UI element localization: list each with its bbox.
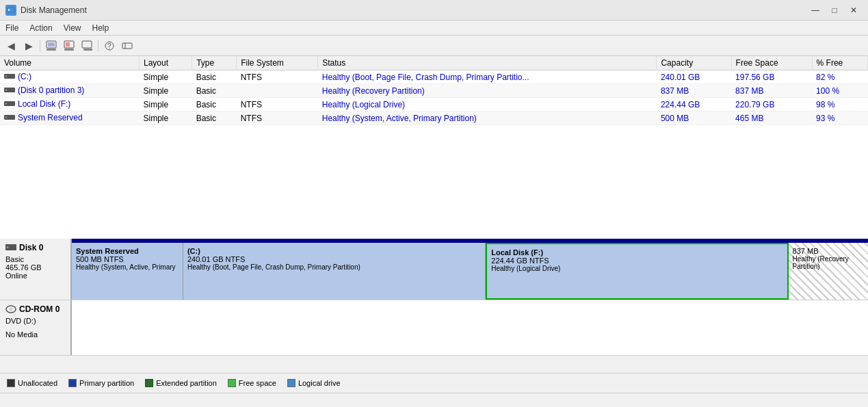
cdrom-status: No Media	[5, 330, 65, 339]
col-volume[interactable]: Volume	[0, 56, 140, 70]
toolbar-rescan[interactable]	[119, 38, 135, 53]
cdrom-label: CD-ROM 0 DVD (D:) No Media	[0, 300, 72, 355]
cdrom-name: CD-ROM 0	[19, 304, 60, 314]
svg-point-21	[5, 116, 7, 118]
partition-system-reserved[interactable]: System Reserved 500 MB NTFS Healthy (Sys…	[72, 243, 183, 300]
window-controls[interactable]: — □ ✕	[806, 3, 863, 17]
legend-logical: Logical drive	[287, 379, 341, 387]
legend-freespace-box	[228, 379, 236, 387]
partition-recovery[interactable]: 837 MB Healthy (Recovery Partition)	[789, 243, 868, 300]
svg-rect-9	[83, 49, 92, 51]
toolbar-help[interactable]	[61, 38, 77, 53]
legend-unallocated: Unallocated	[7, 379, 57, 387]
svg-point-26	[10, 308, 12, 310]
svg-rect-7	[64, 49, 74, 51]
menu-help[interactable]: Help	[87, 22, 115, 34]
col-filesystem[interactable]: File System	[237, 56, 318, 70]
partition-c[interactable]: (C:) 240.01 GB NTFS Healthy (Boot, Page …	[183, 243, 486, 300]
app-icon	[5, 5, 16, 16]
svg-point-1	[8, 9, 10, 10]
menu-file[interactable]: File	[0, 22, 24, 34]
disk-0-size: 465.76 GB	[5, 263, 65, 272]
col-capacity[interactable]: Capacity	[657, 56, 731, 70]
svg-point-23	[7, 246, 9, 248]
minimize-button[interactable]: —	[806, 3, 824, 17]
svg-point-19	[5, 103, 7, 104]
toolbar-wizard[interactable]: ?	[101, 38, 118, 53]
table-row[interactable]: (Disk 0 partition 3) SimpleBasicHealthy …	[0, 84, 868, 98]
cdrom-type: DVD (D:)	[5, 317, 65, 325]
disk-map-area[interactable]: Disk 0 Basic 465.76 GB Online System Res…	[0, 239, 868, 373]
legend-primary-box	[68, 379, 77, 387]
disk-row-0: Disk 0 Basic 465.76 GB Online System Res…	[0, 239, 868, 300]
menubar: File Action View Help	[0, 21, 868, 36]
toolbar: ◀ ▶ ?	[0, 36, 868, 56]
table-row[interactable]: System Reserved SimpleBasicNTFSHealthy (…	[0, 111, 868, 125]
svg-rect-3	[48, 42, 55, 47]
legend-unallocated-box	[7, 379, 15, 387]
main-content: Volume Layout Type File System Status Ca…	[0, 56, 868, 407]
svg-rect-8	[82, 41, 92, 48]
disk-0-label: Disk 0 Basic 465.76 GB Online	[0, 239, 72, 300]
legend-freespace: Free space	[228, 379, 276, 387]
toolbar-sep1	[40, 40, 40, 52]
legend-logical-label: Logical drive	[298, 379, 341, 387]
legend-extended: Extended partition	[145, 379, 217, 387]
legend-extended-box	[145, 379, 153, 387]
svg-point-15	[5, 75, 7, 77]
statusbar	[0, 393, 868, 407]
titlebar: Disk Management — □ ✕	[0, 0, 868, 21]
disk-0-type: Basic	[5, 255, 65, 263]
col-status[interactable]: Status	[318, 56, 657, 70]
titlebar-left: Disk Management	[5, 5, 87, 16]
legend-freespace-label: Free space	[239, 379, 276, 387]
legend-extended-label: Extended partition	[156, 379, 217, 387]
legend-unallocated-label: Unallocated	[18, 379, 57, 387]
table-header-row: Volume Layout Type File System Status Ca…	[0, 56, 868, 70]
volumes-table-wrapper[interactable]: Volume Layout Type File System Status Ca…	[0, 56, 868, 239]
toolbar-disk-view[interactable]	[79, 38, 95, 53]
col-layout[interactable]: Layout	[140, 56, 192, 70]
disk-0-name: Disk 0	[19, 243, 43, 252]
svg-rect-6	[66, 42, 70, 47]
volumes-table: Volume Layout Type File System Status Ca…	[0, 56, 868, 125]
legend: Unallocated Primary partition Extended p…	[0, 373, 868, 393]
toolbar-back[interactable]: ◀	[3, 38, 19, 53]
menu-view[interactable]: View	[58, 22, 87, 34]
table-row[interactable]: (C:) SimpleBasicNTFSHealthy (Boot, Page …	[0, 70, 868, 84]
legend-primary: Primary partition	[68, 379, 134, 387]
disk-row-cdrom: CD-ROM 0 DVD (D:) No Media	[0, 300, 868, 356]
toolbar-sep2	[98, 40, 98, 52]
col-percentfree[interactable]: % Free	[812, 56, 867, 70]
window-title: Disk Management	[21, 5, 87, 15]
disk-0-status: Online	[5, 272, 65, 280]
svg-text:?: ?	[107, 42, 111, 50]
close-button[interactable]: ✕	[845, 3, 863, 17]
cdrom-partition-area	[72, 300, 868, 355]
legend-logical-box	[287, 379, 295, 387]
toolbar-forward[interactable]: ▶	[21, 38, 37, 53]
toolbar-properties[interactable]	[43, 38, 60, 53]
maximize-button[interactable]: □	[826, 3, 843, 17]
legend-primary-label: Primary partition	[79, 379, 134, 387]
col-type[interactable]: Type	[192, 56, 237, 70]
table-row[interactable]: Local Disk (F:) SimpleBasicNTFSHealthy (…	[0, 98, 868, 111]
col-freespace[interactable]: Free Space	[731, 56, 812, 70]
menu-action[interactable]: Action	[24, 22, 57, 34]
partition-f[interactable]: Local Disk (F:) 224.44 GB NTFS Healthy (…	[486, 243, 788, 300]
svg-rect-4	[47, 49, 56, 51]
svg-point-17	[5, 89, 7, 90]
svg-rect-12	[122, 43, 132, 49]
